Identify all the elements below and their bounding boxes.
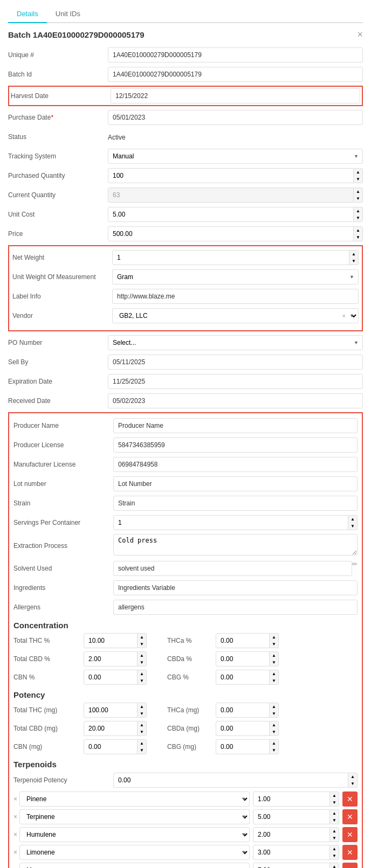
- unique-input[interactable]: [108, 47, 363, 63]
- tracking-system-select[interactable]: Manual BioTrack Metrc: [108, 149, 363, 164]
- unit-cost-down[interactable]: ▼: [354, 214, 362, 221]
- terp-select-4[interactable]: Myrcene: [19, 863, 250, 868]
- current-qty-down[interactable]: ▼: [354, 195, 362, 202]
- total-thc-mg-input[interactable]: [84, 703, 138, 718]
- cbn-mg-up[interactable]: ▲: [138, 740, 146, 747]
- terp-up-0[interactable]: ▲: [330, 792, 339, 799]
- cbg-mg-input[interactable]: [216, 739, 270, 754]
- price-input[interactable]: [108, 226, 354, 241]
- terp-clear-1[interactable]: ×: [13, 813, 17, 821]
- net-weight-input[interactable]: [112, 250, 349, 265]
- cbda-mg-input[interactable]: [216, 721, 270, 736]
- terp-value-input-0[interactable]: [253, 791, 330, 807]
- terp-down-2[interactable]: ▼: [330, 835, 339, 842]
- terpenoid-potency-down[interactable]: ▼: [348, 780, 357, 787]
- cbn-mg-input[interactable]: [84, 739, 138, 754]
- terp-up-1[interactable]: ▲: [330, 810, 339, 817]
- terp-value-input-1[interactable]: [253, 809, 330, 824]
- total-thc-mg-up[interactable]: ▲: [138, 703, 146, 710]
- total-thc-up[interactable]: ▲: [138, 634, 146, 641]
- total-cbd-up[interactable]: ▲: [138, 652, 146, 659]
- cbn-mg-down[interactable]: ▼: [138, 747, 146, 754]
- purchased-qty-input[interactable]: [108, 168, 354, 183]
- total-thc-mg-down[interactable]: ▼: [138, 710, 146, 717]
- total-cbd-mg-down[interactable]: ▼: [138, 728, 146, 735]
- tab-details[interactable]: Details: [8, 5, 47, 23]
- close-button[interactable]: ×: [357, 30, 363, 39]
- terp-value-input-2[interactable]: [253, 827, 330, 842]
- terp-value-input-4[interactable]: [253, 863, 330, 868]
- terpenoid-potency-up[interactable]: ▲: [348, 773, 357, 780]
- thca-mg-down[interactable]: ▼: [270, 710, 278, 717]
- producer-license-input[interactable]: [113, 438, 358, 453]
- net-weight-up[interactable]: ▲: [349, 251, 358, 258]
- total-cbd-mg-input[interactable]: [84, 721, 138, 736]
- tab-unit-ids[interactable]: Unit IDs: [47, 5, 89, 23]
- strain-input[interactable]: [113, 496, 358, 511]
- terpenoid-potency-input[interactable]: [113, 773, 348, 788]
- terp-value-input-3[interactable]: [253, 845, 330, 860]
- net-weight-down[interactable]: ▼: [349, 258, 358, 265]
- terp-remove-0[interactable]: ✕: [342, 791, 358, 807]
- servings-up[interactable]: ▲: [348, 516, 357, 523]
- terp-remove-4[interactable]: ✕: [342, 863, 358, 868]
- cbda-input[interactable]: [216, 651, 270, 666]
- allergens-input[interactable]: [113, 600, 358, 615]
- terp-clear-0[interactable]: ×: [13, 795, 17, 803]
- thca-down[interactable]: ▼: [270, 641, 278, 648]
- sell-by-input[interactable]: [108, 355, 363, 370]
- terp-remove-3[interactable]: ✕: [342, 845, 358, 860]
- terp-remove-1[interactable]: ✕: [342, 809, 358, 824]
- cbg-down[interactable]: ▼: [270, 677, 278, 684]
- unit-weight-select[interactable]: Gram Ounce Pound Kilogram: [112, 269, 359, 284]
- terp-select-2[interactable]: Humulene: [19, 827, 250, 842]
- cbda-mg-up[interactable]: ▲: [270, 721, 278, 728]
- terp-select-1[interactable]: Terpinene: [19, 809, 250, 824]
- cbda-mg-down[interactable]: ▼: [270, 728, 278, 735]
- terp-select-0[interactable]: Pinene: [19, 791, 250, 807]
- terp-select-3[interactable]: Limonene: [19, 845, 250, 860]
- manufacturer-license-input[interactable]: [113, 457, 358, 472]
- unit-cost-input[interactable]: [108, 207, 354, 222]
- lot-number-input[interactable]: [113, 476, 358, 491]
- terp-clear-2[interactable]: ×: [13, 831, 17, 838]
- cbg-mg-up[interactable]: ▲: [270, 740, 278, 747]
- terp-up-4[interactable]: ▲: [330, 863, 339, 868]
- price-up[interactable]: ▲: [354, 227, 362, 234]
- cbg-up[interactable]: ▲: [270, 670, 278, 677]
- label-info-input[interactable]: [112, 289, 359, 304]
- vendor-clear-icon[interactable]: ×: [342, 313, 346, 319]
- cbn-input[interactable]: [84, 670, 138, 685]
- terp-up-3[interactable]: ▲: [330, 845, 339, 852]
- thca-mg-input[interactable]: [216, 703, 270, 718]
- unit-cost-up[interactable]: ▲: [354, 207, 362, 214]
- cbda-up[interactable]: ▲: [270, 652, 278, 659]
- purchase-date-input[interactable]: [108, 110, 363, 125]
- cbda-down[interactable]: ▼: [270, 659, 278, 666]
- terp-remove-2[interactable]: ✕: [342, 827, 358, 842]
- servings-down[interactable]: ▼: [348, 523, 357, 530]
- vendor-select[interactable]: GB2, LLC: [112, 308, 359, 323]
- terp-down-1[interactable]: ▼: [330, 817, 339, 824]
- total-cbd-input[interactable]: [84, 651, 138, 666]
- batch-id-input[interactable]: [108, 67, 363, 82]
- solvent-input[interactable]: [113, 561, 352, 576]
- cbg-input[interactable]: [216, 670, 270, 685]
- producer-name-input[interactable]: [113, 418, 358, 433]
- extraction-textarea[interactable]: Cold press: [113, 534, 358, 555]
- servings-input[interactable]: [113, 515, 348, 530]
- thca-mg-up[interactable]: ▲: [270, 703, 278, 710]
- cbn-up[interactable]: ▲: [138, 670, 146, 677]
- total-cbd-down[interactable]: ▼: [138, 659, 146, 666]
- current-qty-up[interactable]: ▲: [354, 188, 362, 195]
- ingredients-input[interactable]: [113, 580, 358, 595]
- terp-clear-3[interactable]: ×: [13, 849, 17, 856]
- terp-down-0[interactable]: ▼: [330, 799, 339, 806]
- thca-input[interactable]: [216, 633, 270, 648]
- terp-up-2[interactable]: ▲: [330, 828, 339, 835]
- purchased-qty-up[interactable]: ▲: [354, 169, 362, 176]
- purchased-qty-down[interactable]: ▼: [354, 176, 362, 183]
- harvest-date-input[interactable]: [111, 88, 360, 103]
- received-date-input[interactable]: [108, 393, 363, 408]
- thca-up[interactable]: ▲: [270, 634, 278, 641]
